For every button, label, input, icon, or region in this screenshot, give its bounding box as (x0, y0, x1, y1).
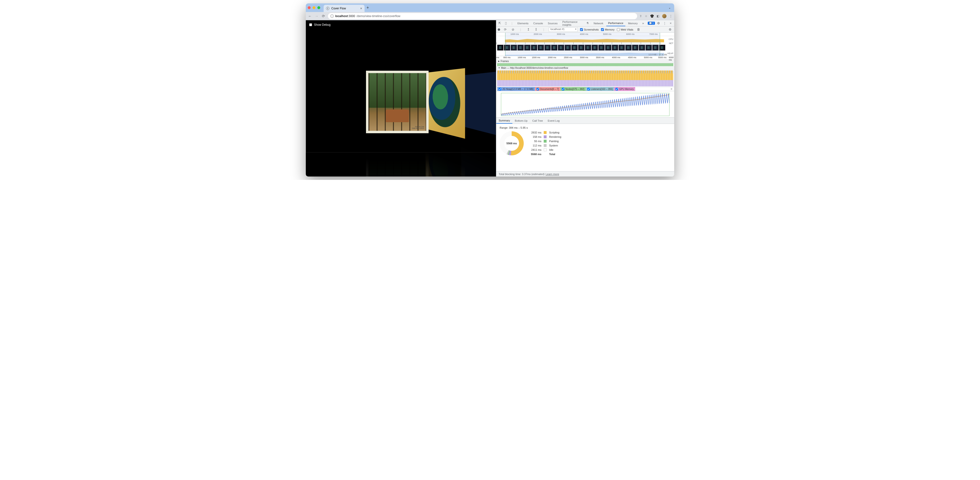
overview-ruler: 1000 ms 2000 ms 3000 ms 4000 ms 5000 ms … (496, 33, 674, 36)
flame-chart[interactable]: ms 800 ms 1000 ms 1500 ms 2000 ms 2500 m… (496, 56, 674, 87)
coverflow-stage[interactable]: Volume OneDAB RECORDS (306, 20, 496, 176)
url-host: localhost (335, 14, 348, 18)
summary-tab-event-log[interactable]: Event Log (546, 117, 562, 124)
maximize-window-button[interactable] (317, 6, 320, 9)
tbt-label: Total blocking time: 3.37ms (estimated) (499, 173, 545, 176)
extensions-icon[interactable] (651, 14, 654, 18)
net-overview (496, 42, 667, 44)
devtools-menu-icon[interactable]: ⋮ (662, 21, 667, 25)
summary-tabs: Summary Bottom-Up Call Tree Event Log (496, 117, 674, 124)
js-heap-counter-toggle[interactable]: JS Heap[12.8 MB – 17.8 MB] (497, 87, 535, 91)
garbage-collect-icon[interactable]: 🗑 (636, 28, 641, 31)
frames-track (497, 63, 673, 66)
close-window-button[interactable] (308, 6, 310, 9)
memory-checkbox[interactable]: Memory (601, 28, 614, 31)
heap-range-label: 12.8 MB – 17.8 MB (648, 53, 667, 56)
globe-icon (326, 7, 329, 10)
load-profile-icon[interactable]: ↥ (526, 28, 531, 31)
site-info-icon[interactable]: i (330, 14, 334, 18)
tab-network[interactable]: Network (592, 20, 605, 26)
capture-settings-icon[interactable]: ⚙ (667, 28, 673, 31)
summary-pane: Range: 384 ms – 5.95 s 5568 ms 2832 msSc… (496, 124, 674, 171)
side-panel-icon[interactable]: ◧ (657, 14, 659, 18)
screenshots-filmstrip[interactable] (496, 44, 674, 51)
counter-chart[interactable] (496, 91, 674, 117)
cpu-lane-label: CPU (667, 36, 674, 42)
record-button[interactable] (498, 29, 500, 31)
new-tab-button[interactable]: + (366, 5, 369, 10)
frames-track-header[interactable]: ▶Frames (496, 59, 674, 63)
window-controls (308, 6, 320, 9)
bookmark-icon[interactable]: ☆ (645, 14, 648, 18)
perf-toolbar: ⟳ ⊘ | ↥ ↧ | localhost #1 Screenshots Mem… (496, 27, 674, 33)
main-track-header[interactable]: ▼Main — http://localhost:3000/demo/view-… (496, 66, 674, 70)
tab-memory[interactable]: Memory (626, 20, 640, 26)
settings-icon[interactable]: ⚙ (656, 21, 661, 25)
cover-right-1[interactable] (425, 68, 465, 139)
tab-console[interactable]: Console (531, 20, 545, 26)
svg-rect-0 (501, 93, 670, 116)
profile-select[interactable]: localhost #1 (549, 27, 578, 32)
net-lane-label: NET (667, 42, 674, 44)
device-toggle-icon[interactable]: ⌷ (503, 21, 508, 25)
donut-total: 5568 ms (504, 136, 519, 151)
cover-right-2[interactable] (461, 72, 496, 135)
main-track[interactable] (497, 70, 673, 87)
clear-button[interactable]: ⊘ (510, 28, 515, 31)
address-bar: ← → ⟳ i localhost:3000/demo/view-timelin… (306, 12, 674, 20)
profile-avatar[interactable] (662, 14, 667, 18)
tab-elements[interactable]: Elements (515, 20, 530, 26)
range-label: Range: 384 ms – 5.95 s (500, 126, 671, 129)
minimize-window-button[interactable] (313, 6, 315, 9)
cover-center[interactable]: Volume OneDAB RECORDS (366, 71, 429, 133)
tab-title: Cover Flow (331, 7, 346, 10)
perf-bottom-bar: Total blocking time: 3.37ms (estimated) … (496, 171, 674, 176)
counter-menu-icon[interactable]: ≡ (671, 87, 673, 91)
tab-overflow-icon[interactable]: ⌄ (668, 6, 671, 10)
close-tab-icon[interactable]: × (360, 6, 362, 10)
reload-record-button[interactable]: ⟳ (503, 28, 508, 31)
listeners-counter-toggle[interactable]: Listeners[163 – 355] (586, 87, 614, 91)
documents-counter-toggle[interactable]: Documents[6 – 7] (535, 87, 560, 91)
forward-button[interactable]: → (315, 14, 319, 18)
back-button[interactable]: ← (308, 14, 312, 18)
devtools-panel: ⇱ ⌷ | Elements Console Sources Performan… (496, 20, 674, 176)
browser-tab[interactable]: Cover Flow × (324, 5, 364, 12)
beaker-icon: ⚗ (586, 22, 589, 25)
cover-label-2: DAB RECORDS (412, 127, 424, 129)
cpu-overview-chart (496, 36, 667, 42)
flame-ruler: ms 800 ms 1000 ms 1500 ms 2000 ms 2500 m… (496, 56, 674, 59)
share-icon[interactable]: ⇧ (640, 14, 642, 18)
disclosure-icon: ▼ (498, 67, 500, 69)
url-input[interactable]: i localhost:3000/demo/view-timeline-css/… (328, 13, 637, 19)
summary-donut-chart: 5568 ms (500, 131, 524, 155)
disclosure-icon: ▶ (498, 60, 500, 62)
tab-performance-insights[interactable]: Performance insights ⚗ (560, 20, 591, 26)
tab-sources[interactable]: Sources (546, 20, 559, 26)
url-path: /demo/view-timeline-css/coverflow (356, 14, 401, 18)
save-profile-icon[interactable]: ↧ (533, 28, 539, 31)
learn-more-link[interactable]: Learn more (546, 173, 559, 176)
cover-label-1: Volume One (415, 126, 424, 127)
summary-tab-summary[interactable]: Summary (496, 117, 512, 124)
summary-tab-call-tree[interactable]: Call Tree (530, 117, 546, 124)
tab-performance[interactable]: Performance (606, 20, 625, 26)
overview-pane[interactable]: 1000 ms 2000 ms 3000 ms 4000 ms 5000 ms … (496, 33, 674, 56)
nodes-counter-toggle[interactable]: Nodes[375 – 382] (560, 87, 586, 91)
web-vitals-checkbox[interactable]: Web Vitals (617, 28, 633, 31)
close-devtools-icon[interactable]: × (668, 21, 673, 25)
page-content: Show Debug Volume OneDAB RECORDS (306, 20, 496, 176)
reload-button[interactable]: ⟳ (321, 14, 326, 18)
counter-toggles: JS Heap[12.8 MB – 17.8 MB] Documents[6 –… (496, 87, 674, 91)
more-tabs-icon[interactable]: » (641, 21, 646, 25)
inspect-icon[interactable]: ⇱ (497, 21, 502, 25)
heap-overview-chart (496, 51, 667, 56)
gpu-counter-toggle[interactable]: GPU Memory (614, 87, 635, 91)
screenshots-checkbox[interactable]: Screenshots (580, 28, 598, 31)
issues-badge[interactable]: 💬 1 (648, 22, 655, 25)
devtools-tabs: ⇱ ⌷ | Elements Console Sources Performan… (496, 20, 674, 27)
url-port: :3000 (348, 14, 355, 18)
summary-tab-bottom-up[interactable]: Bottom-Up (512, 117, 530, 124)
browser-menu-icon[interactable]: ⋮ (670, 14, 672, 18)
summary-legend: 2832 msScripting158 msRendering55 msPain… (531, 131, 561, 155)
